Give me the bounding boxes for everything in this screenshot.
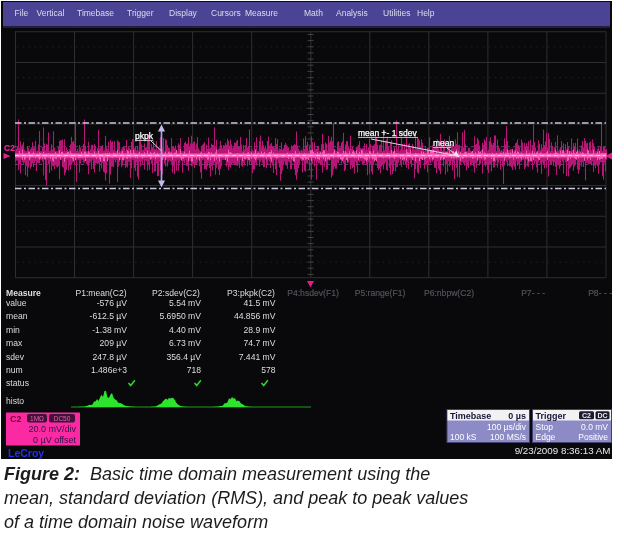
svg-text:20.0 mV/div: 20.0 mV/div	[28, 424, 76, 434]
svg-text:74.7 mV: 74.7 mV	[243, 338, 275, 348]
svg-text:Stop: Stop	[536, 422, 554, 432]
svg-text:41.5 mV: 41.5 mV	[243, 298, 275, 308]
svg-text:P6:nbpw(C2): P6:nbpw(C2)	[424, 288, 474, 298]
svg-text:DC: DC	[597, 412, 607, 419]
svg-text:mean +- 1 sdev: mean +- 1 sdev	[358, 128, 418, 138]
svg-text:value: value	[6, 298, 27, 308]
svg-text:-612.5 µV: -612.5 µV	[90, 311, 128, 321]
svg-text:C2: C2	[10, 414, 22, 424]
svg-text:P5:range(F1): P5:range(F1)	[355, 288, 406, 298]
svg-text:44.856 mV: 44.856 mV	[234, 311, 276, 321]
svg-text:histo: histo	[6, 396, 24, 406]
svg-text:P3:pkpk(C2): P3:pkpk(C2)	[227, 288, 275, 298]
svg-text:Timebase: Timebase	[450, 411, 491, 421]
svg-text:100 kS: 100 kS	[450, 432, 477, 442]
svg-text:P8- - -: P8- - -	[588, 288, 612, 298]
svg-text:mean: mean	[6, 311, 28, 321]
svg-text:Measure: Measure	[6, 288, 41, 298]
svg-text:209 µV: 209 µV	[100, 338, 128, 348]
svg-text:max: max	[6, 338, 23, 348]
svg-text:100 MS/s: 100 MS/s	[490, 432, 526, 442]
svg-text:578: 578	[261, 365, 276, 375]
svg-text:0 µs: 0 µs	[508, 411, 526, 421]
svg-text:-1.38 mV: -1.38 mV	[92, 325, 127, 335]
svg-text:7.441 mV: 7.441 mV	[239, 352, 276, 362]
svg-text:pkpk: pkpk	[135, 131, 154, 141]
svg-text:C2: C2	[582, 412, 591, 419]
svg-text:6.73 mV: 6.73 mV	[169, 338, 201, 348]
svg-text:-576 µV: -576 µV	[97, 298, 128, 308]
svg-text:Positive: Positive	[578, 432, 608, 442]
svg-text:5.6950 mV: 5.6950 mV	[159, 311, 201, 321]
svg-text:DC50: DC50	[54, 415, 71, 422]
svg-text:sdev: sdev	[6, 352, 25, 362]
svg-text:1.486e+3: 1.486e+3	[91, 365, 127, 375]
svg-text:LeCroy: LeCroy	[8, 447, 44, 459]
svg-text:0.0 mV: 0.0 mV	[581, 422, 608, 432]
svg-text:100 µs/div: 100 µs/div	[487, 422, 527, 432]
svg-text:4.40 mV: 4.40 mV	[169, 325, 201, 335]
svg-text:Trigger: Trigger	[536, 411, 567, 421]
svg-text:9/23/2009 8:36:13 AM: 9/23/2009 8:36:13 AM	[515, 445, 611, 456]
svg-text:356.4 µV: 356.4 µV	[166, 352, 201, 362]
svg-text:P2:sdev(C2): P2:sdev(C2)	[152, 288, 200, 298]
svg-text:0 µV offset: 0 µV offset	[33, 435, 77, 445]
svg-text:P7- - -: P7- - -	[521, 288, 545, 298]
svg-text:Edge: Edge	[536, 432, 556, 442]
svg-text:min: min	[6, 325, 20, 335]
svg-text:C2: C2	[4, 143, 15, 153]
svg-text:P4:hsdev(F1): P4:hsdev(F1)	[287, 288, 339, 298]
svg-text:28.9 mV: 28.9 mV	[243, 325, 275, 335]
svg-text:1MΩ: 1MΩ	[30, 415, 44, 422]
svg-text:mean: mean	[433, 138, 455, 148]
svg-text:num: num	[6, 365, 23, 375]
svg-text:status: status	[6, 378, 29, 388]
svg-text:P1:mean(C2): P1:mean(C2)	[75, 288, 126, 298]
svg-text:5.54 mV: 5.54 mV	[169, 298, 201, 308]
svg-text:718: 718	[187, 365, 202, 375]
svg-text:247.8 µV: 247.8 µV	[92, 352, 127, 362]
